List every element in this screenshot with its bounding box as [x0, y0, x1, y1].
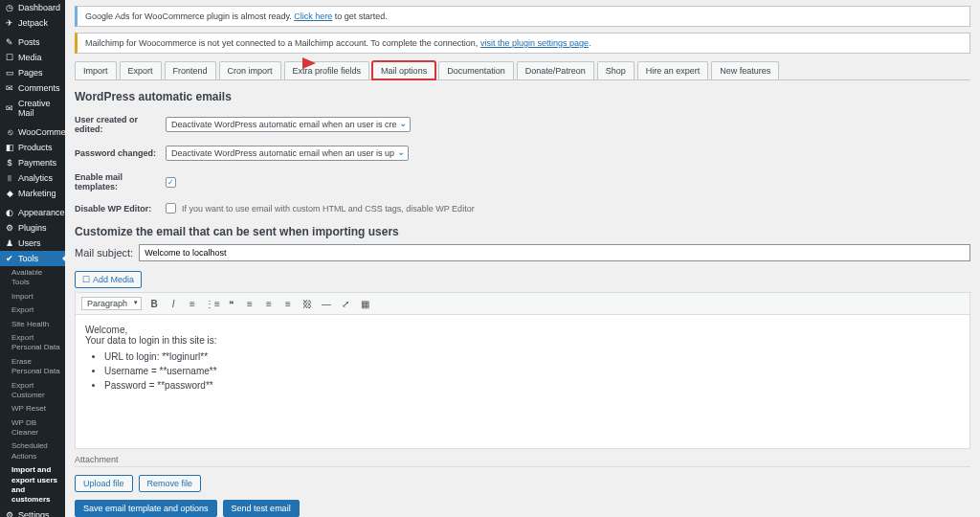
sidebar-subitem[interactable]: WP Reset	[0, 402, 65, 416]
remove-file-button[interactable]: Remove file	[139, 475, 202, 492]
sidebar-item[interactable]: ◐Appearance	[0, 205, 65, 220]
tab-extra-profile-fields[interactable]: Extra profile fields	[284, 61, 370, 79]
mail-body-editor[interactable]: Welcome, Your data to login in this site…	[75, 315, 970, 449]
row-disable-editor: Disable WP Editor: If you want to use em…	[75, 203, 970, 214]
sidebar-subitem[interactable]: Export Customer	[0, 379, 65, 403]
list-ol-icon[interactable]: ⋮≡	[205, 299, 218, 309]
sidebar-subitem[interactable]: Erase Personal Data	[0, 355, 65, 379]
tab-donate-patreon[interactable]: Donate/Patreon	[517, 61, 594, 79]
save-template-button[interactable]: Save email template and options	[75, 500, 217, 517]
menu-icon: ◐	[5, 208, 14, 217]
menu-icon: ⚙	[5, 510, 14, 517]
notice-google-ads: Google Ads for WooCommerce plugin is alm…	[75, 6, 970, 27]
admin-sidebar: ◷Dashboard✈Jetpack✎Posts☐Media▭Pages✉Com…	[0, 0, 65, 517]
menu-icon: ✉	[5, 103, 14, 113]
sidebar-item[interactable]: ⎋WooCommerce	[0, 124, 65, 140]
add-media-button[interactable]: ☐Add Media	[75, 271, 142, 288]
mail-subject-input[interactable]	[139, 244, 970, 261]
tab-cron-import[interactable]: Cron import	[219, 61, 281, 79]
select-password-changed[interactable]: Deactivate WordPress automatic email whe…	[166, 146, 409, 161]
sidebar-item[interactable]: ⚙Plugins	[0, 220, 65, 236]
tab-documentation[interactable]: Documentation	[438, 61, 514, 79]
tab-export[interactable]: Export	[120, 61, 162, 79]
tab-frontend[interactable]: Frontend	[165, 61, 216, 79]
checkbox-disable-editor[interactable]	[166, 203, 176, 214]
quote-icon[interactable]: ❝	[224, 299, 237, 309]
sidebar-item[interactable]: ✔Tools	[0, 251, 65, 266]
sidebar-item[interactable]: ⚙Settings	[0, 507, 65, 517]
bold-icon[interactable]: B	[147, 299, 161, 309]
menu-icon: ✎	[5, 37, 14, 47]
menu-icon: ▭	[5, 68, 14, 78]
align-left-icon[interactable]: ≡	[243, 299, 256, 309]
send-test-button[interactable]: Send test email	[223, 500, 300, 517]
sidebar-item[interactable]: ✈Jetpack	[0, 15, 65, 31]
sidebar-subitem[interactable]: Site Health	[0, 318, 65, 331]
section-title: WordPress automatic emails	[75, 90, 970, 103]
sidebar-item[interactable]: ◆Marketing	[0, 186, 65, 201]
align-center-icon[interactable]: ≡	[262, 299, 276, 309]
more-icon[interactable]: —	[320, 299, 333, 309]
row-user-created: User created or edited: Deactivate WordP…	[75, 115, 970, 134]
align-right-icon[interactable]: ≡	[281, 299, 295, 309]
tab-shop[interactable]: Shop	[597, 61, 635, 79]
sidebar-item[interactable]: ▭Pages	[0, 65, 65, 80]
menu-icon: ☐	[5, 53, 14, 62]
menu-icon: ✔	[5, 254, 14, 263]
menu-icon: ✈	[5, 18, 14, 28]
tab-new-features[interactable]: New features	[711, 61, 779, 79]
tab-mail-options[interactable]: Mail options	[372, 61, 435, 79]
sidebar-subitem[interactable]: WP DB Cleaner	[0, 416, 65, 440]
fullscreen-icon[interactable]: ⤢	[339, 299, 352, 309]
sidebar-item[interactable]: ◧Products	[0, 140, 65, 155]
menu-icon: $	[5, 158, 14, 168]
menu-icon: ♟	[5, 238, 14, 248]
toolbar-toggle-icon[interactable]: ▦	[358, 299, 371, 309]
format-dropdown[interactable]: Paragraph	[81, 297, 142, 310]
sidebar-subitem[interactable]: Available Tools	[0, 266, 65, 290]
select-user-created[interactable]: Deactivate WordPress automatic email whe…	[166, 117, 411, 132]
menu-icon: ✉	[5, 83, 14, 93]
list-ul-icon[interactable]: ≡	[186, 299, 199, 309]
sidebar-item[interactable]: ☐Media	[0, 50, 65, 65]
plugin-tabs: ImportExportFrontendCron importExtra pro…	[75, 61, 970, 80]
row-enable-templates: Enable mail templates: ✓	[75, 172, 970, 191]
main-content: Google Ads for WooCommerce plugin is alm…	[65, 0, 980, 517]
menu-icon: ⚙	[5, 223, 14, 233]
section-title: Customize the email that can be sent whe…	[75, 225, 970, 238]
menu-icon: ◆	[5, 189, 14, 198]
menu-icon: ⎋	[5, 127, 14, 137]
sidebar-subitem[interactable]: Export Personal Data	[0, 331, 65, 355]
link-icon[interactable]: ⛓	[301, 299, 314, 309]
upload-file-button[interactable]: Upload file	[75, 475, 133, 492]
checkbox-enable-templates[interactable]: ✓	[166, 177, 176, 188]
sidebar-subitem[interactable]: Export	[0, 303, 65, 317]
row-password-changed: Password changed: Deactivate WordPress a…	[75, 146, 970, 161]
sidebar-item[interactable]: $Payments	[0, 155, 65, 170]
sidebar-item[interactable]: ✉Creative Mail	[0, 96, 65, 121]
sidebar-subitem[interactable]: Import	[0, 290, 65, 303]
sidebar-item[interactable]: ✎Posts	[0, 34, 65, 50]
menu-icon: ◷	[5, 3, 14, 12]
sidebar-subitem[interactable]: Import and export users and customers	[0, 463, 65, 507]
menu-icon: ◧	[5, 143, 14, 152]
sidebar-item[interactable]: ✉Comments	[0, 80, 65, 96]
sidebar-subitem[interactable]: Scheduled Actions	[0, 439, 65, 463]
notice-link[interactable]: visit the plugin settings page	[480, 38, 589, 48]
editor-toolbar: Paragraph B I ≡ ⋮≡ ❝ ≡ ≡ ≡ ⛓ — ⤢ ▦	[75, 292, 970, 315]
row-mail-subject: Mail subject:	[75, 244, 970, 261]
notice-link[interactable]: Click here	[294, 11, 332, 21]
tab-import[interactable]: Import	[75, 61, 117, 79]
sidebar-item[interactable]: ♟Users	[0, 236, 65, 251]
attachment-label: Attachment	[75, 455, 970, 464]
menu-icon: ⫴	[5, 173, 14, 183]
sidebar-item[interactable]: ⫴Analytics	[0, 170, 65, 186]
notice-mailchimp: Mailchimp for Woocommerce is not yet con…	[75, 33, 970, 54]
italic-icon[interactable]: I	[167, 299, 180, 309]
red-arrow-icon	[302, 57, 322, 69]
sidebar-item[interactable]: ◷Dashboard	[0, 0, 65, 15]
media-icon: ☐	[82, 275, 90, 284]
tab-hire-an-expert[interactable]: Hire an expert	[637, 61, 709, 79]
